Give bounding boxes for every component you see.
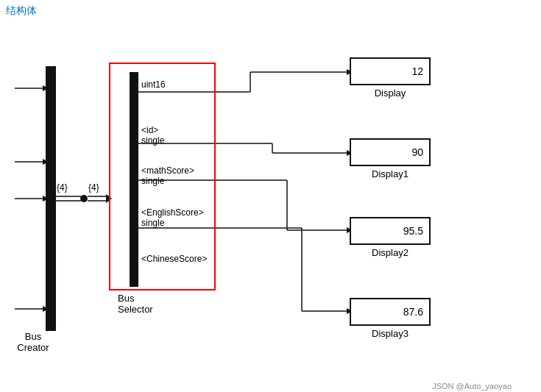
watermark: JSON @Auto_yaoyao: [432, 382, 512, 391]
display-1-value: 90: [350, 138, 431, 166]
page-title: 结构体: [6, 4, 37, 18]
connector-lines: [0, 22, 541, 392]
bus-creator-label: Bus Creator: [7, 331, 59, 353]
display-3: 87.6 Display3: [350, 298, 431, 339]
display-1: 90 Display1: [350, 138, 431, 179]
bs-label-chinese: <ChineseScore>: [141, 254, 207, 264]
display-0: 12 Display: [350, 57, 431, 99]
display-0-value: 12: [350, 57, 431, 85]
bs-label-id: <id> single: [141, 125, 164, 146]
bs-label-math: <mathScore> single: [141, 165, 194, 187]
display-0-label: Display: [375, 88, 406, 99]
bus-selector-label: Bus Selector: [118, 293, 153, 315]
display-1-label: Display1: [372, 168, 409, 179]
bs-label-uint16: uint16: [141, 79, 166, 90]
bs-label-english: <EnglishScore> single: [141, 207, 204, 229]
bus-label-right: {4}: [88, 182, 99, 193]
bus-creator-bar: [46, 66, 56, 331]
bus-label-left: {4}: [57, 182, 68, 193]
display-2-value: 95.5: [350, 217, 431, 245]
junction-dot: [80, 195, 88, 202]
display-2: 95.5 Display2: [350, 217, 431, 258]
display-3-value: 87.6: [350, 298, 431, 326]
display-2-label: Display2: [372, 247, 409, 258]
display-3-label: Display3: [372, 328, 409, 339]
diagram-area: Bus Creator {4} {4} uint16 <id> single <…: [0, 22, 541, 392]
